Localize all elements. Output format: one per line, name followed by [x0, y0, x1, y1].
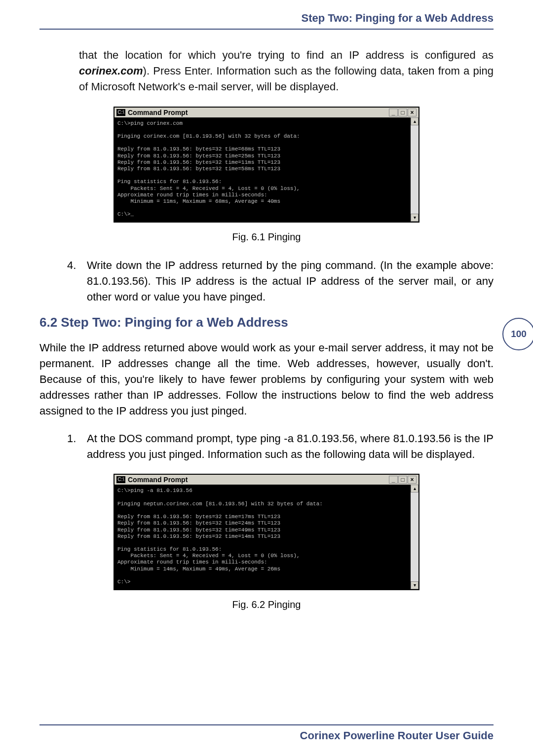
intro-hostname: corinex.com: [79, 65, 143, 77]
scroll-up-button[interactable]: ▴: [411, 485, 419, 492]
list-number-4: 4.: [67, 258, 87, 305]
maximize-button[interactable]: □: [398, 109, 407, 116]
close-button[interactable]: ×: [408, 476, 417, 484]
cmd2-title-text: Command Prompt: [128, 476, 388, 484]
scroll-down-button[interactable]: ▾: [411, 214, 419, 222]
cmd2-scrollbar[interactable]: ▴ ▾: [411, 485, 419, 589]
intro-continuation: that the location for which you're tryin…: [79, 47, 494, 95]
list-item-1b: 1. At the DOS command prompt, type ping …: [67, 431, 494, 462]
cmd2-titlebar: C:\ Command Prompt _ □ ×: [114, 475, 419, 485]
section-6-2-paragraph: While the IP address returned above woul…: [39, 340, 494, 418]
figure-2-caption: Fig. 6.2 Pinging: [39, 599, 494, 610]
cmd1-title-text: Command Prompt: [128, 109, 388, 116]
cmd-icon: C:\: [116, 476, 125, 483]
list-body-4: Write down the IP address returned by th…: [87, 258, 494, 305]
minimize-button[interactable]: _: [389, 476, 398, 484]
command-prompt-window-1: C:\ Command Prompt _ □ × C:\>ping corine…: [114, 107, 419, 223]
intro-pre: that the location for which you're tryin…: [79, 49, 494, 61]
cmd1-output: C:\>ping corinex.com Pinging corinex.com…: [114, 117, 411, 222]
page-number: 100: [502, 318, 533, 350]
section-6-2-heading: 6.2 Step Two: Pinging for a Web Address: [39, 315, 494, 330]
list-body-1b: At the DOS command prompt, type ping -a …: [87, 431, 494, 462]
minimize-button[interactable]: _: [389, 109, 398, 116]
list-item-4: 4. Write down the IP address returned by…: [67, 258, 494, 305]
page-header-title: Step Two: Pinging for a Web Address: [39, 12, 494, 30]
maximize-button[interactable]: □: [398, 476, 407, 484]
footer-text: Corinex Powerline Router User Guide: [39, 724, 494, 742]
command-prompt-window-2: C:\ Command Prompt _ □ × C:\>ping -a 81.…: [114, 474, 419, 590]
cmd1-titlebar: C:\ Command Prompt _ □ ×: [114, 108, 419, 117]
cmd1-scrollbar[interactable]: ▴ ▾: [411, 117, 419, 222]
close-button[interactable]: ×: [408, 109, 417, 116]
cmd2-output: C:\>ping -a 81.0.193.56 Pinging neptun.c…: [114, 485, 411, 589]
cmd-icon: C:\: [116, 109, 125, 116]
list-number-1b: 1.: [67, 431, 87, 462]
scroll-down-button[interactable]: ▾: [411, 581, 419, 589]
scroll-up-button[interactable]: ▴: [411, 117, 419, 125]
figure-1-caption: Fig. 6.1 Pinging: [39, 231, 494, 243]
